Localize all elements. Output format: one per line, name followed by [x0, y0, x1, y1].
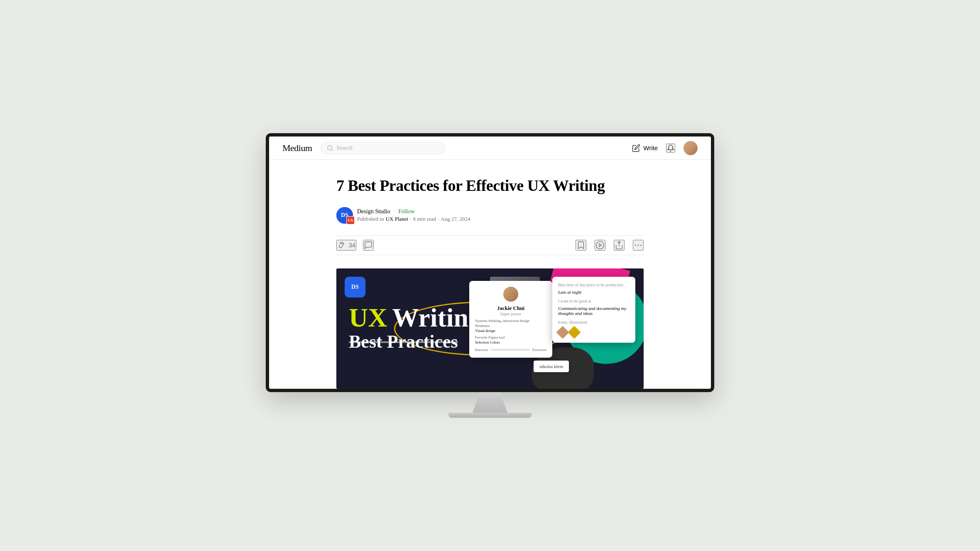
search-icon [327, 145, 333, 151]
navbar: Medium Search [269, 137, 711, 160]
action-bar: 34 [336, 235, 644, 255]
diamond-icon-1 [556, 326, 569, 339]
info-card: Best time of day/place to be productive … [552, 277, 635, 343]
medium-logo: Medium [282, 143, 312, 154]
notifications-button[interactable] [666, 144, 675, 153]
clap-icon [337, 241, 346, 250]
svg-point-5 [635, 244, 636, 246]
comment-icon [364, 241, 373, 250]
weakness-value: Visual design [475, 329, 546, 333]
write-label: Write [643, 144, 658, 151]
monitor-stand [465, 392, 515, 413]
play-icon [595, 241, 605, 250]
introvert-extrovert-slider: Introvert Extrovert [475, 348, 546, 352]
profile-card-avatar [503, 287, 518, 302]
figma-value: Selection Colors [475, 340, 546, 344]
info-card-text2: Communicating and documenting my thought… [558, 306, 630, 316]
info-card-title3: Icons, illustration [558, 320, 630, 324]
ds-logo: DS [345, 277, 365, 297]
author-avatar: DS UX [336, 207, 353, 224]
hero-writing-text: Writing [392, 304, 482, 331]
navbar-right: Write [632, 141, 698, 155]
search-placeholder: Search [337, 145, 353, 151]
action-right [576, 240, 644, 251]
svg-point-6 [638, 244, 639, 246]
publication-link[interactable]: UX Planet [386, 216, 409, 222]
publish-date: Aug 27, 2024 [441, 216, 470, 222]
write-button[interactable]: Write [632, 144, 658, 153]
search-bar[interactable]: Search [321, 142, 445, 154]
weakness-label: Weakness [475, 324, 546, 328]
bookmark-icon [576, 241, 586, 250]
svg-line-1 [331, 149, 333, 151]
name-tag: nikolas klein [534, 361, 569, 372]
profile-card-description: Systems thinking, interaction design [475, 319, 546, 323]
info-card-icons [558, 328, 630, 337]
svg-point-2 [596, 241, 604, 249]
clap-count: 34 [349, 242, 355, 249]
more-options-button[interactable] [633, 240, 644, 251]
author-pub-row: Published in UX Planet · 8 min read · Au… [357, 216, 470, 222]
author-meta: Design Studio · Follow Published in UX P… [357, 208, 470, 222]
profile-card: Jackie Chui Super power Systems thinking… [469, 281, 552, 358]
hero-text: UX Writing Best Practices [349, 304, 482, 353]
profile-card-role: Super power [475, 312, 546, 316]
share-button[interactable] [614, 240, 625, 251]
comment-button[interactable] [363, 240, 374, 251]
svg-point-0 [328, 146, 332, 150]
save-button[interactable] [576, 240, 586, 251]
share-icon [615, 241, 624, 250]
svg-marker-3 [599, 244, 602, 246]
ellipsis-icon [634, 241, 643, 250]
diamond-icon-2 [568, 326, 581, 339]
clap-button[interactable]: 34 [336, 240, 356, 251]
hero-ux-text: UX [349, 304, 387, 331]
follow-button[interactable]: Follow [398, 208, 415, 215]
hero-best-text: Best Practices [349, 331, 458, 351]
read-time: 8 min read [413, 216, 436, 222]
user-avatar[interactable] [684, 141, 698, 155]
article-content: 7 Best Practices for Effective UX Writin… [303, 160, 677, 389]
listen-button[interactable] [595, 240, 605, 251]
profile-card-name: Jackie Chui [475, 305, 546, 312]
action-left: 34 [336, 240, 374, 251]
author-name[interactable]: Design Studio [357, 208, 390, 215]
published-label: Published in [357, 216, 384, 222]
info-card-title1: Best time of day/place to be productive [558, 283, 630, 287]
svg-point-7 [640, 244, 642, 246]
info-card-title2: I want to be good at [558, 299, 630, 303]
monitor-base [448, 413, 532, 418]
article-title: 7 Best Practices for Effective UX Writin… [336, 176, 644, 195]
info-card-text1: Late at night [558, 290, 630, 295]
figma-label: Favorite Figma tool [475, 335, 546, 339]
hero-image: DS UX Writing Best Practices [336, 268, 644, 389]
name-tag-text: nikolas klein [539, 364, 563, 369]
write-icon [632, 144, 641, 153]
author-row: DS UX Design Studio · Follow Published i… [336, 207, 644, 224]
